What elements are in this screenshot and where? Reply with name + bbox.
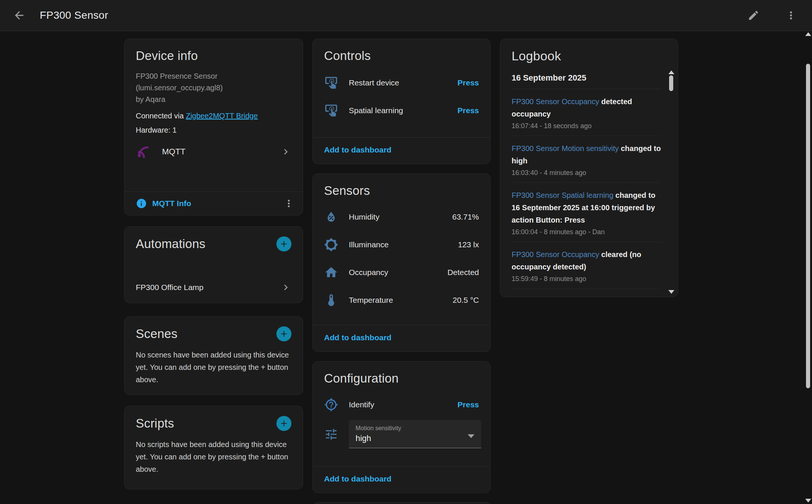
middle-column: Controls Restart device Press Spatial le… (312, 39, 491, 493)
spatial-learning-press-button[interactable]: Press (458, 106, 479, 115)
button-press-icon (324, 76, 338, 90)
logbook-scrollbar-thumb[interactable] (669, 75, 673, 91)
logbook-entity-link[interactable]: FP300 Sensor Spatial learning (512, 191, 613, 199)
scenes-title: Scenes (136, 327, 177, 341)
automations-title: Automations (136, 237, 206, 251)
chevron-right-icon (280, 146, 291, 157)
chevron-right-icon (280, 282, 291, 293)
illuminance-label: Illuminance (349, 240, 458, 249)
motion-sensitivity-row: Motion sensitivity high (313, 419, 490, 453)
logbook-entries: FP300 Sensor Occupancy detected occupanc… (512, 89, 661, 297)
home-icon (324, 265, 338, 280)
controls-title: Controls (324, 49, 371, 63)
sensors-card: Sensors Humidity 63.71% Illuminance 123 … (312, 173, 491, 352)
device-info-footer: MQTT Info (125, 191, 303, 215)
motion-sensitivity-select[interactable]: Motion sensitivity high (349, 420, 481, 448)
scroll-up-arrow-icon[interactable] (805, 32, 811, 36)
logbook-entry-time: 16:03:40 - 4 minutes ago (512, 168, 661, 177)
logbook-entity-link[interactable]: FP300 Sensor Motion sensitivity (512, 144, 619, 153)
occupancy-label: Occupancy (349, 268, 447, 277)
identify-label: Identify (349, 400, 458, 409)
logbook-date-header: 16 September 2025 (500, 63, 678, 89)
motion-sensitivity-select-label: Motion sensitivity (356, 425, 474, 432)
automation-item-label: FP300 Office Lamp (136, 283, 280, 292)
brightness-icon (324, 238, 338, 252)
chevron-down-icon (468, 434, 474, 438)
info-icon (136, 198, 147, 209)
thermometer-icon (324, 293, 338, 307)
logbook-title: Logbook (512, 49, 561, 63)
add-scene-button[interactable] (276, 326, 291, 341)
controls-card: Controls Restart device Press Spatial le… (312, 39, 491, 164)
page-title: FP300 Sensor (40, 9, 108, 21)
scripts-card: Scripts No scripts have been added using… (124, 406, 303, 489)
logbook-entry-time: 16:07:44 - 18 seconds ago (512, 121, 661, 130)
overflow-menu-icon[interactable] (785, 9, 797, 21)
controls-rows: Restart device Press Spatial learning Pr… (313, 69, 490, 124)
logbook-entity-link[interactable]: FP300 Sensor Occupancy (512, 250, 599, 259)
crosshairs-question-icon (324, 398, 338, 412)
automations-card: Automations FP300 Office Lamp (124, 226, 303, 303)
device-info-kebab-icon[interactable] (283, 198, 294, 209)
tune-icon (324, 427, 338, 441)
device-info-title: Device info (136, 49, 198, 63)
logbook-entity-link[interactable]: FP300 Sensor Occupancy (512, 97, 599, 106)
illuminance-value: 123 lx (458, 240, 479, 249)
temperature-value: 20.5 °C (453, 296, 479, 305)
illuminance-row[interactable]: Illuminance 123 lx (313, 231, 490, 259)
button-press-icon (324, 103, 338, 118)
back-arrow-icon[interactable] (13, 9, 26, 22)
mqtt-icon (136, 144, 151, 159)
zigbee2mqtt-bridge-link[interactable]: Zigbee2MQTT Bridge (186, 112, 258, 120)
logbook-entry: FP300 Sensor Spatial learning changed to… (512, 183, 661, 242)
connected-via-line: Connected via Zigbee2MQTT Bridge (125, 105, 303, 120)
water-percent-icon (324, 210, 338, 224)
logbook-entry-time: 16:00:04 - 8 minutes ago - Dan (512, 227, 661, 236)
spatial-learning-label: Spatial learning (349, 106, 458, 115)
restart-device-label: Restart device (349, 78, 458, 87)
scripts-empty-text: No scripts have been added using this de… (125, 431, 303, 476)
scripts-title: Scripts (136, 416, 174, 431)
configuration-rows: Identify Press Motion sensitivity high (313, 391, 490, 453)
mqtt-info-link[interactable]: MQTT Info (152, 199, 191, 208)
occupancy-row[interactable]: Occupancy Detected (313, 259, 490, 286)
add-automation-button[interactable] (276, 236, 291, 251)
identify-row: Identify Press (313, 391, 490, 419)
add-script-button[interactable] (276, 416, 291, 431)
right-column: Logbook 16 September 2025 FP300 Sensor O… (500, 39, 678, 297)
identify-press-button[interactable]: Press (458, 400, 479, 409)
configuration-title: Configuration (324, 371, 399, 386)
sensors-add-to-dashboard-link[interactable]: Add to dashboard (324, 333, 392, 342)
logbook-scrollbar[interactable] (668, 70, 674, 294)
left-column: Device info FP300 Presence Sensor (lumi.… (124, 39, 303, 489)
motion-sensitivity-select-value: high (356, 434, 474, 443)
scroll-up-arrow-icon[interactable] (668, 70, 674, 74)
sensors-title: Sensors (324, 184, 370, 198)
occupancy-value: Detected (447, 268, 479, 277)
automation-item[interactable]: FP300 Office Lamp (125, 282, 303, 293)
next-card-partial (312, 502, 491, 504)
humidity-row[interactable]: Humidity 63.71% (313, 203, 490, 231)
mqtt-integration-row[interactable]: MQTT (125, 135, 303, 166)
scenes-empty-text: No scenes have been added using this dev… (125, 341, 303, 386)
scroll-down-arrow-icon[interactable] (668, 290, 674, 294)
mqtt-label: MQTT (162, 147, 280, 157)
controls-add-to-dashboard-link[interactable]: Add to dashboard (324, 145, 392, 154)
configuration-add-to-dashboard-link[interactable]: Add to dashboard (324, 474, 392, 483)
logbook-card: Logbook 16 September 2025 FP300 Sensor O… (500, 39, 678, 297)
humidity-label: Humidity (349, 212, 452, 221)
configuration-card: Configuration Identify Press Motion sens… (312, 361, 491, 493)
restart-device-press-button[interactable]: Press (458, 78, 479, 87)
restart-device-row: Restart device Press (313, 69, 490, 97)
edit-pencil-icon[interactable] (747, 9, 759, 21)
device-model-text: FP300 Presence Sensor (lumi.sensor_occup… (125, 63, 303, 105)
logbook-entry: FP300 Sensor Occupancy detected occupanc… (512, 89, 661, 136)
logbook-entry-time: 15:59:49 - 8 minutes ago (512, 274, 661, 283)
device-info-card: Device info FP300 Presence Sensor (lumi.… (124, 39, 303, 215)
temperature-row[interactable]: Temperature 20.5 °C (313, 286, 490, 314)
temperature-label: Temperature (349, 296, 453, 305)
scroll-down-arrow-icon[interactable] (805, 499, 811, 503)
logbook-entry: FP300 Sensor Occupancy detected occupanc… (512, 289, 661, 297)
page-scrollbar-thumb[interactable] (806, 64, 810, 388)
page-scrollbar[interactable] (805, 32, 811, 503)
